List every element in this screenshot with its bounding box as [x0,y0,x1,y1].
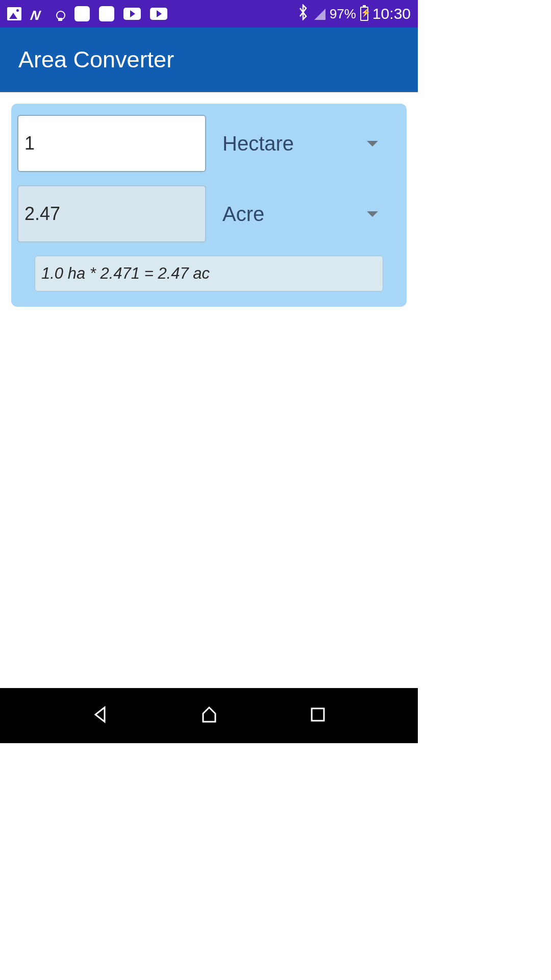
svg-rect-0 [312,708,324,721]
output-unit-label: Acre [222,203,264,226]
bulb-icon [54,7,65,21]
chevron-down-icon [367,141,378,146]
formula-display: 1.0 ha * 2.471 = 2.47 ac [35,256,383,291]
recents-button[interactable] [308,704,328,727]
battery-charging-icon [360,7,368,21]
chevron-down-icon [367,211,378,217]
converter-card: 1 Hectare 2.47 Acre 1.0 ha * 2.471 = 2.4… [11,104,407,307]
input-row: 1 Hectare [17,115,400,172]
status-left-icons [7,6,167,21]
output-value-field[interactable]: 2.47 [17,185,206,242]
signal-icon [313,8,325,20]
clock: 10:30 [372,5,411,22]
image-icon [7,7,21,20]
battery-percent: 97% [330,6,356,22]
navigation-bar [0,688,418,743]
n-icon [31,8,45,20]
home-button[interactable] [199,704,219,727]
back-button[interactable] [90,704,111,727]
youtube-icon [123,8,141,20]
youtube-icon [150,8,167,20]
input-value-field[interactable]: 1 [17,115,206,172]
input-unit-dropdown[interactable]: Hectare [222,132,400,155]
status-right: 97% 10:30 [297,4,411,24]
status-bar: 97% 10:30 [0,0,418,28]
output-unit-dropdown[interactable]: Acre [222,203,400,226]
bluetooth-icon [297,4,309,24]
output-row: 2.47 Acre [17,185,400,242]
app-bar: Area Converter [0,28,418,92]
app-icon [99,6,114,21]
input-unit-label: Hectare [222,132,294,155]
app-icon [74,6,90,21]
content-area: 1 Hectare 2.47 Acre 1.0 ha * 2.471 = 2.4… [0,92,418,318]
page-title: Area Converter [18,46,174,73]
